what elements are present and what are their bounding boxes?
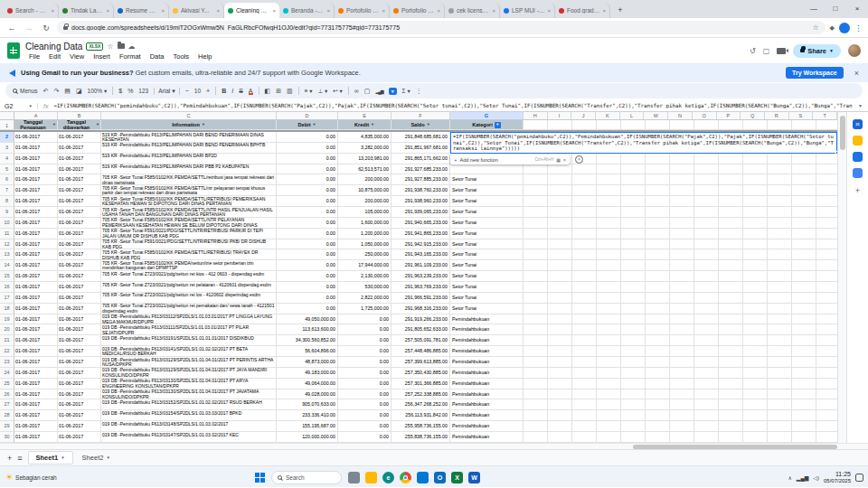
- cell-kredit[interactable]: 0.00: [338, 432, 392, 443]
- account-avatar[interactable]: [848, 44, 861, 57]
- row-number[interactable]: 27: [0, 399, 14, 410]
- cell-tanggal-pengajuan[interactable]: 01-06-2017: [14, 399, 58, 410]
- row-number[interactable]: 28: [0, 410, 14, 421]
- functions-icon[interactable]: Σ ▾: [402, 88, 410, 95]
- empty-cells[interactable]: [524, 432, 837, 443]
- browser-tab[interactable]: cek license pro... ×: [445, 3, 500, 18]
- cell-tanggal-dibayarkan[interactable]: 01-06-2017: [58, 207, 101, 218]
- cell-information[interactable]: 019 DB -Pemindahbuku F613/03129/SP2DLS/1…: [101, 368, 277, 379]
- tray-chevron-icon[interactable]: ∧: [788, 474, 791, 481]
- calendar-icon[interactable]: 31: [853, 119, 863, 129]
- empty-cells[interactable]: [524, 239, 837, 250]
- cell-kredit[interactable]: 0.00: [338, 389, 392, 400]
- browser-tab[interactable]: Resume CV - ... ×: [114, 3, 169, 18]
- empty-cells[interactable]: [524, 421, 837, 432]
- cell-saldo[interactable]: 257,505,091,781.00: [392, 335, 450, 346]
- tab-close-icon[interactable]: ×: [272, 8, 276, 14]
- cell-debit[interactable]: 49,028,000.00: [277, 389, 338, 400]
- font-size-increase[interactable]: +: [206, 88, 210, 94]
- cell-tanggal-dibayarkan[interactable]: 01-06-2017: [58, 249, 101, 260]
- weather-widget[interactable]: ☀ Sebagian cerah: [5, 466, 57, 488]
- cell-information[interactable]: 019 DB -Pemindahbuku F613/03191/SP2DLS/1…: [101, 335, 277, 346]
- cell-tanggal-dibayarkan[interactable]: 01-06-2017: [58, 185, 101, 196]
- cell-tanggal-pengajuan[interactable]: 01-06-2017: [14, 174, 58, 185]
- cell-kategori[interactable]: Pemindahbukuan: [450, 357, 524, 368]
- cell-kategori[interactable]: Setor Tunai: [450, 249, 524, 260]
- fill-color-icon[interactable]: ◧: [265, 88, 271, 95]
- header-cell-kategori[interactable]: Kategori▼: [450, 120, 524, 130]
- cell-kategori[interactable]: Setor Tunai: [450, 271, 524, 282]
- tasks-icon[interactable]: [853, 152, 863, 162]
- cell-kategori[interactable]: Setor Tunai: [450, 218, 524, 229]
- cell-saldo[interactable]: 291,938,960,233.00: [392, 196, 450, 207]
- cell-debit[interactable]: 0.00: [277, 239, 338, 250]
- cell-saldo[interactable]: 291,966,591,233.00: [392, 293, 450, 304]
- back-button[interactable]: ←: [5, 23, 18, 33]
- menu-item[interactable]: View: [66, 52, 88, 61]
- function-hint-label[interactable]: Add new function: [460, 157, 498, 163]
- cell-debit[interactable]: 49,183,000.00: [277, 368, 338, 379]
- cell-saldo[interactable]: 257,448,486,885.00: [392, 346, 450, 357]
- cell-kredit[interactable]: 3,282,000.00: [338, 143, 392, 154]
- cell-debit[interactable]: 56,604,896.00: [277, 346, 338, 357]
- cell-tanggal-dibayarkan[interactable]: 01-06-2017: [58, 379, 101, 389]
- cell-kredit[interactable]: 0.00: [338, 324, 392, 335]
- filter-caret-icon[interactable]: ▼: [96, 122, 99, 127]
- cell-debit[interactable]: 0.00: [277, 271, 338, 282]
- cell-kredit[interactable]: 17,944,000.00: [338, 260, 392, 271]
- menu-item[interactable]: Help: [194, 52, 215, 61]
- promo-close-icon[interactable]: ×: [854, 69, 859, 78]
- font-size-decrease[interactable]: −: [185, 88, 189, 94]
- toolbar-search-menus[interactable]: Menus: [13, 88, 38, 94]
- cell-kategori[interactable]: Pemindahbukuan: [450, 368, 524, 379]
- cell-saldo[interactable]: 257,301,366,885.00: [392, 379, 450, 389]
- row-number[interactable]: 21: [0, 335, 14, 346]
- meet-camera-icon[interactable]: [777, 48, 786, 54]
- empty-cells[interactable]: [524, 185, 837, 196]
- cell-editor-formula[interactable]: =IF(ISNUMBER(SEARCH("pemindahbuku",C2)),…: [453, 134, 834, 151]
- try-workspace-button[interactable]: Try Workspace: [786, 67, 844, 79]
- cell-tanggal-pengajuan[interactable]: 01-06-2017: [14, 357, 58, 368]
- empty-cells[interactable]: [524, 357, 837, 368]
- column-header[interactable]: N: [668, 112, 693, 119]
- start-button[interactable]: [255, 473, 265, 483]
- cell-saldo[interactable]: 291,968,316,233.00: [392, 304, 450, 314]
- row-number[interactable]: 15: [0, 271, 14, 282]
- add-sheet-icon[interactable]: +: [7, 454, 12, 463]
- cell-kategori[interactable]: Setor Tunai: [450, 185, 524, 196]
- cell-kredit[interactable]: 1,200,000.00: [338, 229, 392, 239]
- word-icon[interactable]: W: [468, 472, 480, 483]
- vertical-scrollbar-thumb[interactable]: [840, 116, 845, 150]
- cell-kategori[interactable]: Pemindahbukuan: [450, 379, 524, 389]
- browser-tab[interactable]: Cleaning Data ×: [224, 3, 279, 18]
- extensions-icon[interactable]: ◆: [830, 24, 835, 32]
- hint-close-icon[interactable]: ×: [563, 157, 566, 163]
- cell-tanggal-pengajuan[interactable]: 01-06-2017: [14, 304, 58, 314]
- cell-kredit[interactable]: 200,000.00: [338, 196, 392, 207]
- cell-information[interactable]: 019 DB -Pemindahbuku F613/03147/SP2DLS/1…: [101, 432, 277, 443]
- row-number[interactable]: 22: [0, 346, 14, 357]
- cell-tanggal-dibayarkan[interactable]: 01-06-2017: [58, 410, 101, 421]
- cell-kategori[interactable]: Setor Tunai: [450, 196, 524, 207]
- add-addon-icon[interactable]: +: [855, 186, 860, 195]
- cell-debit[interactable]: 120,000,000.00: [277, 432, 338, 443]
- cell-debit[interactable]: 34,300,560,852.00: [277, 335, 338, 346]
- cell-tanggal-pengajuan[interactable]: 01-06-2017: [14, 164, 58, 175]
- column-header[interactable]: P: [717, 112, 741, 119]
- italic-icon[interactable]: I: [231, 88, 233, 94]
- horizontal-scrollbar[interactable]: [0, 443, 868, 449]
- row-number[interactable]: 6: [0, 174, 14, 185]
- row-number[interactable]: 30: [0, 432, 14, 443]
- cell-tanggal-pengajuan[interactable]: 01-06-2017: [14, 239, 58, 250]
- cell-tanggal-dibayarkan[interactable]: 01-06-2017: [58, 164, 101, 175]
- tab-close-icon[interactable]: ×: [382, 8, 385, 14]
- cell-information[interactable]: 019 DB -Pemindahbuku F613/03148/SP2DLS/1…: [101, 421, 277, 432]
- empty-cells[interactable]: [524, 314, 837, 325]
- cell-tanggal-dibayarkan[interactable]: 01-06-2017: [58, 335, 101, 346]
- file-explorer-icon[interactable]: [365, 472, 377, 483]
- empty-cells[interactable]: [524, 249, 837, 260]
- notification-icon[interactable]: [855, 474, 863, 482]
- row-number[interactable]: 18: [0, 304, 14, 314]
- column-header[interactable]: M: [644, 112, 668, 119]
- tab-close-icon[interactable]: ×: [547, 8, 551, 14]
